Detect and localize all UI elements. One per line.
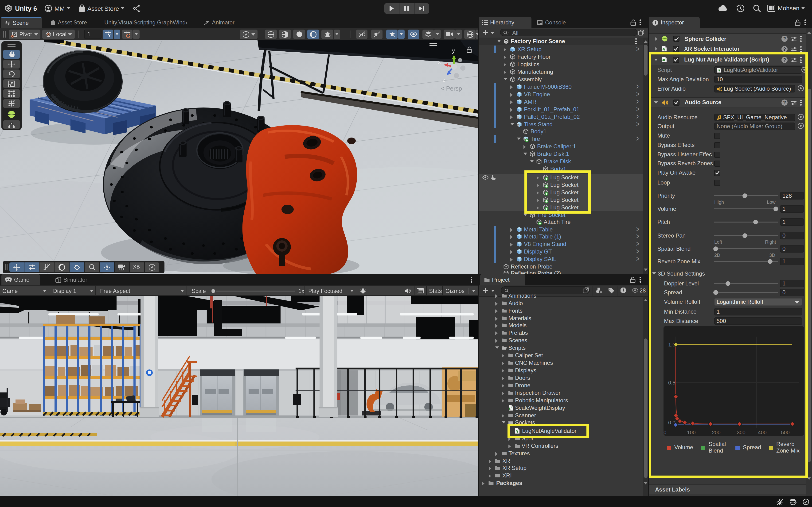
svg-text:z: z (443, 76, 446, 83)
svg-text:D: D (362, 32, 365, 37)
svg-text:y: y (452, 47, 455, 54)
svg-text:< Persp: < Persp (441, 85, 462, 92)
svg-text:Y: Y (108, 34, 111, 38)
svg-text:x: x (438, 59, 441, 65)
